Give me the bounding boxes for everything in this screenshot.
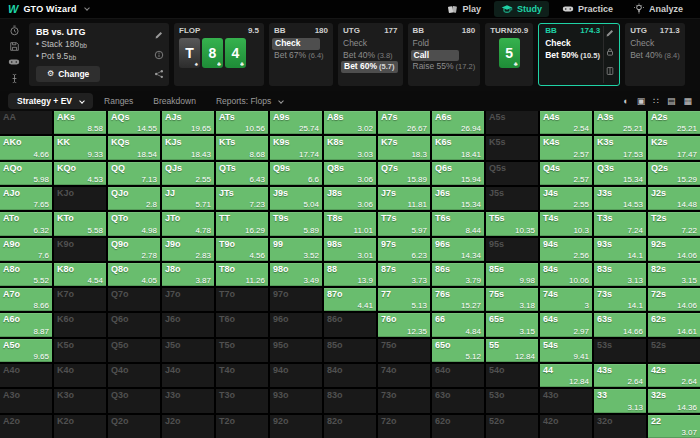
cell-T6s[interactable]: T6s8.44 [432,212,484,235]
cell-92s[interactable]: 92s14.06 [648,238,700,261]
cell-65o[interactable]: 65o5.12 [432,339,484,362]
cell-A3s[interactable]: A3s25.21 [594,111,646,134]
pencil-icon[interactable] [605,28,615,40]
cell-T8s[interactable]: T8s11.01 [324,212,376,235]
cell-A9s[interactable]: A9s25.74 [270,111,322,134]
view-grid-icon[interactable]: ▦ [683,97,692,106]
cell-A5s[interactable]: A5s [486,111,538,134]
cell-K6s[interactable]: K6s18.41 [432,136,484,159]
cell-K3s[interactable]: K3s17.53 [594,136,646,159]
cell-75s[interactable]: 75s3.18 [486,288,538,311]
cell-Q6o[interactable]: Q6o [108,313,160,336]
cell-J7o[interactable]: J7o [162,288,214,311]
cell-J9s[interactable]: J9s5.04 [270,187,322,210]
cell-J6s[interactable]: J6s15.34 [432,187,484,210]
nav-analyze[interactable]: Analyze [626,1,690,17]
cell-87o[interactable]: 87o4.41 [324,288,376,311]
cell-AQs[interactable]: AQs14.55 [108,111,160,134]
cell-J9o[interactable]: J9o2.83 [162,238,214,261]
cell-A9o[interactable]: A9o7.6 [0,238,52,261]
cell-KJo[interactable]: KJo [54,187,106,210]
cell-Q5s[interactable]: Q5s [486,162,538,185]
cell-T6o[interactable]: T6o [216,313,268,336]
cell-T9o[interactable]: T9o4.56 [216,238,268,261]
cell-Q5o[interactable]: Q5o [108,339,160,362]
cell-KTo[interactable]: KTo5.58 [54,212,106,235]
cell-Q4o[interactable]: Q4o [108,364,160,387]
cell-63o[interactable]: 63o [432,389,484,412]
nav-play[interactable]: Play [440,2,488,17]
cell-QTo[interactable]: QTo4.98 [108,212,160,235]
cell-53o[interactable]: 53o [486,389,538,412]
cell-Q7s[interactable]: Q7s15.89 [378,162,430,185]
cell-QJo[interactable]: QJo2.8 [108,187,160,210]
tab-reports-flops[interactable]: Reports: Flops [207,93,292,109]
action-check[interactable]: Check [343,38,398,50]
cell-JTs[interactable]: JTs7.23 [216,187,268,210]
view-circle-icon[interactable]: ◐ [623,97,628,106]
cell-A2o[interactable]: A2o [0,415,52,438]
action-bet-50[interactable]: Bet 50%(10.5) [545,50,600,62]
cell-Q2s[interactable]: Q2s15.29 [648,162,700,185]
cell-T3s[interactable]: T3s7.24 [594,212,646,235]
history-icon[interactable] [9,25,20,36]
cell-KJs[interactable]: KJs18.43 [162,136,214,159]
cell-33[interactable]: 333.13 [594,389,646,412]
cell-T5s[interactable]: T5s10.35 [486,212,538,235]
cell-J2o[interactable]: J2o [162,415,214,438]
text-cursor-icon[interactable] [9,73,20,84]
cell-TT[interactable]: TT16.29 [216,212,268,235]
cell-93o[interactable]: 93o [270,389,322,412]
cell-A5o[interactable]: A5o9.65 [0,339,52,362]
cell-QJs[interactable]: QJs2.55 [162,162,214,185]
tab-strategy-ev[interactable]: Strategy + EV [8,93,93,109]
cell-AA[interactable]: AA [0,111,52,134]
cell-92o[interactable]: 92o [270,415,322,438]
cell-A2s[interactable]: A2s25.21 [648,111,700,134]
cell-J7s[interactable]: J7s11.81 [378,187,430,210]
action-bet-40[interactable]: Bet 40%(8.4) [630,50,680,62]
cell-J4s[interactable]: J4s2.55 [540,187,592,210]
cell-K2s[interactable]: K2s17.47 [648,136,700,159]
cell-JJ[interactable]: JJ5.71 [162,187,214,210]
cell-J8s[interactable]: J8s3.06 [324,187,376,210]
cell-T4s[interactable]: T4s10.3 [540,212,592,235]
cell-Q9o[interactable]: Q9o2.78 [108,238,160,261]
view-dots-icon[interactable]: ∷ [653,97,659,106]
gamepad-icon[interactable] [8,56,20,68]
action-check[interactable]: Check [272,38,320,50]
nav-study[interactable]: Study [494,1,549,17]
cell-96o[interactable]: 96o [270,313,322,336]
cell-AJo[interactable]: AJo7.65 [0,187,52,210]
cell-54o[interactable]: 54o [486,364,538,387]
cell-85o[interactable]: 85o [324,339,376,362]
cell-42o[interactable]: 42o [540,415,592,438]
action-bet-67[interactable]: Bet 67%(6.4) [274,50,328,62]
cell-73o[interactable]: 73o [378,389,430,412]
cell-44[interactable]: 4412.84 [540,364,592,387]
cell-88[interactable]: 8813.9 [324,263,376,286]
cell-22[interactable]: 223.07 [648,415,700,438]
cell-AKo[interactable]: AKo4.66 [0,136,52,159]
cell-K8s[interactable]: K8s3.03 [324,136,376,159]
cell-J6o[interactable]: J6o [162,313,214,336]
cell-73s[interactable]: 73s14.1 [594,288,646,311]
cell-AJs[interactable]: AJs19.65 [162,111,214,134]
cell-AKs[interactable]: AKs8.58 [54,111,106,134]
cell-74s[interactable]: 74s3 [540,288,592,311]
cell-K5s[interactable]: K5s [486,136,538,159]
cell-K3o[interactable]: K3o [54,389,106,412]
cell-62s[interactable]: 62s14.61 [648,313,700,336]
cell-T9s[interactable]: T9s5.89 [270,212,322,235]
action-bet-40[interactable]: Bet 40%(3.8) [343,50,398,62]
cell-K4s[interactable]: K4s2.57 [540,136,592,159]
cell-KQo[interactable]: KQo4.53 [54,162,106,185]
cell-86o[interactable]: 86o [324,313,376,336]
cell-32s[interactable]: 32s14.36 [648,389,700,412]
cell-QQ[interactable]: QQ7.13 [108,162,160,185]
view-rows-icon[interactable]: ▤ [667,97,676,106]
cell-KTs[interactable]: KTs8.68 [216,136,268,159]
cell-T2s[interactable]: T2s7.22 [648,212,700,235]
cell-76o[interactable]: 76o12.35 [378,313,430,336]
cell-Q7o[interactable]: Q7o [108,288,160,311]
